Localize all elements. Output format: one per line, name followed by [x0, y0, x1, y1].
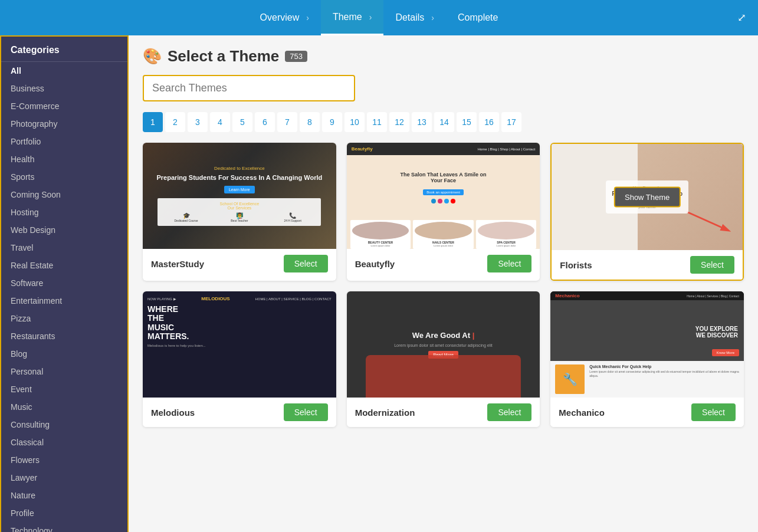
search-input[interactable] — [143, 75, 355, 101]
nav-chevron-2: › — [369, 0, 372, 35]
sidebar-item-photography[interactable]: Photography — [1, 115, 127, 133]
theme-card-image-melodious: NOW PLAYING ▶ MELODIOUS HOME | ABOUT | S… — [143, 291, 336, 398]
theme-card-footer-masterstudy: MasterStudy Select — [143, 249, 336, 278]
pagination: 1234567891011121314151617 — [143, 112, 744, 132]
page-button-9[interactable]: 9 — [322, 112, 342, 132]
sidebar-item-software[interactable]: Software — [1, 274, 127, 292]
theme-card-footer-florists: Florists Select — [552, 250, 743, 280]
nav-step-complete[interactable]: Complete — [446, 0, 510, 35]
select-button-florists[interactable]: Select — [690, 256, 734, 274]
sidebar-item-lawyer[interactable]: Lawyer — [1, 469, 127, 487]
page-button-6[interactable]: 6 — [255, 112, 275, 132]
page-button-3[interactable]: 3 — [188, 112, 208, 132]
theme-card-image-masterstudy: Dedicated to Excellence Preparing Studen… — [143, 143, 336, 249]
theme-name-masterstudy: MasterStudy — [151, 259, 204, 269]
nav-step-theme[interactable]: Theme › — [321, 0, 383, 35]
svg-line-1 — [687, 212, 726, 229]
page-button-15[interactable]: 15 — [457, 112, 477, 132]
sidebar-item-pizza[interactable]: Pizza — [1, 310, 127, 327]
page-button-7[interactable]: 7 — [277, 112, 297, 132]
sidebar-item-hosting[interactable]: Hosting — [1, 203, 127, 221]
page-button-8[interactable]: 8 — [300, 112, 320, 132]
nav-step-details[interactable]: Details › — [383, 0, 446, 35]
theme-card-mechanico: Mechanico Home | About | Services | Blog… — [550, 291, 744, 427]
collapse-button[interactable]: ⤢ — [737, 11, 746, 24]
sidebar-item-personal[interactable]: Personal — [1, 363, 127, 380]
page-button-14[interactable]: 14 — [434, 112, 454, 132]
nav-step-complete-label: Complete — [458, 0, 498, 35]
sidebar-item-business[interactable]: Business — [1, 80, 127, 97]
page-title: Select a Theme — [168, 47, 279, 65]
sidebar-item-restaurants[interactable]: Restaurants — [1, 327, 127, 345]
sidebar-item-coming-soon[interactable]: Coming Soon — [1, 186, 127, 203]
sidebar-item-nature[interactable]: Nature — [1, 487, 127, 504]
page-button-11[interactable]: 11 — [367, 112, 387, 132]
sidebar-item-classical[interactable]: Classical — [1, 434, 127, 451]
theme-card-footer-modernization: Modernization Select — [347, 398, 540, 427]
nav-step-theme-label: Theme — [333, 0, 362, 35]
nav-step-overview-label: Overview — [260, 0, 300, 35]
page-button-2[interactable]: 2 — [165, 112, 185, 132]
page-button-4[interactable]: 4 — [210, 112, 230, 132]
sidebar-item-real-estate[interactable]: Real Estate — [1, 257, 127, 274]
theme-card-image-beautyfly: Beautyfly Home | Blog | Shop | About | C… — [347, 143, 540, 249]
theme-name-mechanico: Mechanico — [559, 408, 605, 418]
arrow-overlay — [684, 209, 731, 232]
page-button-10[interactable]: 10 — [344, 112, 365, 132]
palette-icon: 🎨 — [143, 47, 162, 65]
sidebar-item-travel[interactable]: Travel — [1, 239, 127, 257]
page-button-13[interactable]: 13 — [412, 112, 432, 132]
show-theme-button[interactable]: Show Theme — [614, 187, 680, 208]
theme-card-image-mechanico: Mechanico Home | About | Services | Blog… — [550, 291, 744, 398]
theme-card-masterstudy: Dedicated to Excellence Preparing Studen… — [143, 143, 336, 281]
sidebar-items: AllBusinessE-CommercePhotographyPortfoli… — [1, 62, 127, 532]
select-button-modernization[interactable]: Select — [487, 403, 531, 421]
theme-card-footer-beautyfly: Beautyfly Select — [347, 249, 540, 278]
theme-name-beautyfly: Beautyfly — [355, 259, 395, 269]
top-navigation: Overview › Theme › Details › Complete ⤢ — [0, 0, 758, 35]
sidebar-item-consulting[interactable]: Consulting — [1, 416, 127, 434]
nav-step-details-label: Details — [395, 0, 424, 35]
theme-name-florists: Florists — [560, 260, 592, 270]
nav-steps: Overview › Theme › Details › Complete — [248, 0, 510, 35]
theme-card-beautyfly: Beautyfly Home | Blog | Shop | About | C… — [347, 143, 540, 281]
sidebar-item-sports[interactable]: Sports — [1, 168, 127, 186]
theme-card-modernization: We Are Good At | Lorem ipsum dolor sit a… — [347, 291, 540, 427]
theme-card-footer-mechanico: Mechanico Select — [550, 398, 744, 427]
theme-card-melodious: NOW PLAYING ▶ MELODIOUS HOME | ABOUT | S… — [143, 291, 336, 427]
sidebar-item-music[interactable]: Music — [1, 398, 127, 416]
sidebar-item-blog[interactable]: Blog — [1, 345, 127, 363]
page-header: 🎨 Select a Theme 753 — [143, 47, 744, 65]
theme-card-image-florists: YourFavourite Floristry & Design Studio … — [552, 144, 743, 250]
nav-step-overview[interactable]: Overview › — [248, 0, 321, 35]
main-layout: Categories AllBusinessE-CommercePhotogra… — [0, 35, 758, 532]
sidebar-title: Categories — [1, 37, 127, 62]
sidebar-item-e-commerce[interactable]: E-Commerce — [1, 97, 127, 115]
nav-chevron-3: › — [431, 0, 434, 35]
theme-card-florists: YourFavourite Floristry & Design Studio … — [550, 143, 744, 281]
theme-grid: Dedicated to Excellence Preparing Studen… — [143, 143, 744, 427]
sidebar-item-profile[interactable]: Profile — [1, 504, 127, 522]
page-button-16[interactable]: 16 — [479, 112, 499, 132]
page-button-5[interactable]: 5 — [232, 112, 252, 132]
sidebar-item-technology[interactable]: Technology — [1, 522, 127, 532]
sidebar: Categories AllBusinessE-CommercePhotogra… — [0, 35, 129, 532]
select-button-beautyfly[interactable]: Select — [487, 255, 531, 272]
main-content: 🎨 Select a Theme 753 1234567891011121314… — [129, 35, 758, 532]
sidebar-item-web-design[interactable]: Web Design — [1, 221, 127, 239]
theme-card-footer-melodious: Melodious Select — [143, 398, 336, 427]
select-button-mechanico[interactable]: Select — [691, 403, 736, 421]
page-button-1[interactable]: 1 — [143, 112, 163, 132]
theme-name-modernization: Modernization — [355, 408, 415, 418]
select-button-masterstudy[interactable]: Select — [284, 255, 328, 272]
select-button-melodious[interactable]: Select — [284, 403, 328, 421]
sidebar-item-portfolio[interactable]: Portfolio — [1, 133, 127, 150]
sidebar-item-entertainment[interactable]: Entertainment — [1, 292, 127, 310]
sidebar-item-health[interactable]: Health — [1, 150, 127, 168]
theme-card-image-modernization: We Are Good At | Lorem ipsum dolor sit a… — [347, 291, 540, 398]
page-button-17[interactable]: 17 — [501, 112, 521, 132]
sidebar-item-flowers[interactable]: Flowers — [1, 451, 127, 469]
sidebar-item-event[interactable]: Event — [1, 380, 127, 398]
sidebar-item-all[interactable]: All — [1, 62, 127, 80]
page-button-12[interactable]: 12 — [389, 112, 409, 132]
